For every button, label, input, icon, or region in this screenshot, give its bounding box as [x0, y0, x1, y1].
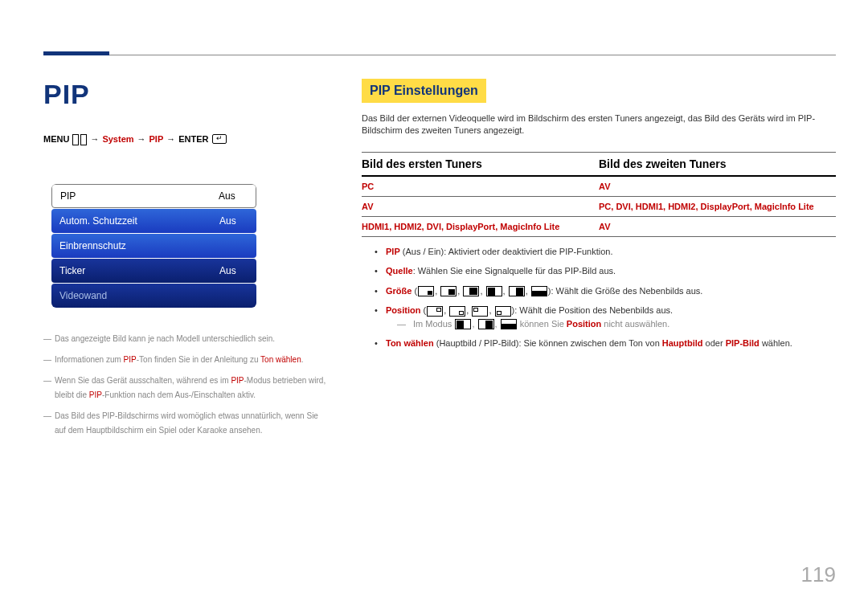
table-row: AV PC, DVI, HDMI1, HDMI2, DisplayPort, M… — [362, 197, 836, 217]
table-header: Bild des ersten Tuners Bild des zweiten … — [362, 152, 836, 177]
bullet-position: Position (, , , ): Wählt die Position de… — [386, 304, 836, 330]
pip-size-small-icon — [418, 286, 434, 296]
bc-system: System — [102, 134, 133, 144]
col1-header: Bild des ersten Tuners — [362, 157, 599, 170]
cell: HDMI1, HDMI2, DVI, DisplayPort, MagicInf… — [362, 222, 599, 231]
bullet-groesse: Größe (, , , , , ): Wählt die Größe des … — [386, 284, 836, 298]
menu-row-schutzzeit: Autom. Schutzzeit Aus — [51, 209, 256, 233]
breadcrumb: MENU → System → PIP → ENTER — [43, 134, 329, 144]
left-column: PIP MENU → System → PIP → ENTER PIP Aus … — [43, 79, 329, 444]
note-item: ― Informationen zum PIP-Ton finden Sie i… — [43, 353, 329, 367]
pip-half-right-icon — [478, 319, 494, 329]
menu-row-videowand: Videowand — [51, 284, 256, 308]
bullet-pip: PIP (Aus / Ein): Aktiviert oder deaktivi… — [386, 245, 836, 259]
dash-icon: ― — [43, 374, 55, 403]
pip-pos-br-icon — [449, 306, 465, 317]
sub-note: ― Im Modus , , können Sie Position nicht… — [397, 317, 836, 331]
cell: AV — [599, 222, 836, 231]
right-column: PIP Einstellungen Das Bild der externen … — [362, 79, 836, 357]
dash-icon: ― — [397, 319, 406, 329]
dash-icon: ― — [43, 332, 55, 346]
bullet-quelle: Quelle: Wählen Sie eine Signalquelle für… — [386, 264, 836, 278]
menu-label: Videowand — [51, 290, 216, 301]
menu-row-pip: PIP Aus — [51, 184, 256, 208]
cell: AV — [599, 182, 836, 191]
note-text: Informationen zum PIP-Ton finden Sie in … — [55, 353, 303, 367]
menu-value: Aus — [216, 215, 256, 227]
note-item: ― Das angezeigte Bild kann je nach Model… — [43, 332, 329, 346]
pip-half-bottom-icon — [531, 286, 547, 296]
enter-icon — [212, 134, 227, 144]
note-item: ― Wenn Sie das Gerät ausschalten, währen… — [43, 374, 329, 403]
footnotes: ― Das angezeigte Bild kann je nach Model… — [43, 332, 329, 438]
menu-label: Autom. Schutzzeit — [51, 215, 216, 227]
pip-pos-tl-icon — [472, 306, 488, 317]
col2-header: Bild des zweiten Tuners — [599, 157, 836, 170]
menu-row-einbrenn: Einbrennschutz — [51, 234, 256, 258]
pip-size-large-icon — [463, 286, 479, 296]
top-rule-accent — [43, 51, 109, 55]
note-item: ― Das Bild des PIP-Bildschirms wird womö… — [43, 409, 329, 438]
bullet-ton: Ton wählen (Hauptbild / PIP-Bild): Sie k… — [386, 337, 836, 350]
menu-mock: PIP Aus Autom. Schutzzeit Aus Einbrennsc… — [51, 184, 256, 308]
bc-enter: ENTER — [178, 134, 208, 144]
intro-text: Das Bild der externen Videoquelle wird i… — [362, 112, 836, 137]
pip-pos-bl-icon — [495, 306, 511, 317]
pip-half-bottom-icon — [501, 319, 517, 329]
arrow-icon: → — [166, 134, 175, 144]
cell: PC, DVI, HDMI1, HDMI2, DisplayPort, Magi… — [599, 202, 836, 211]
menu-label: Einbrennschutz — [51, 240, 216, 251]
menu-label: Ticker — [51, 265, 216, 276]
top-rule — [43, 55, 836, 55]
arrow-icon: → — [90, 134, 99, 144]
bc-menu: MENU — [43, 134, 69, 144]
pip-pos-tr-icon — [427, 306, 443, 317]
pip-size-medium-icon — [440, 286, 457, 296]
page-number: 119 — [801, 562, 836, 587]
menu-value: Aus — [215, 190, 256, 202]
pip-half-left-icon — [486, 286, 502, 296]
cell: PC — [362, 182, 599, 191]
menu-icon — [72, 134, 87, 144]
cell: AV — [362, 202, 599, 211]
pip-half-left-icon — [455, 319, 471, 329]
page-title: PIP — [43, 79, 329, 110]
dash-icon: ― — [43, 353, 55, 367]
arrow-icon: → — [137, 134, 146, 144]
pip-half-right-icon — [509, 286, 525, 296]
dash-icon: ― — [43, 409, 55, 438]
bullet-list: PIP (Aus / Ein): Aktiviert oder deaktivi… — [362, 245, 836, 350]
note-text: Wenn Sie das Gerät ausschalten, während … — [55, 374, 329, 403]
note-text: Das angezeigte Bild kann je nach Modell … — [55, 332, 275, 346]
menu-label: PIP — [52, 190, 215, 202]
menu-row-ticker: Ticker Aus — [51, 259, 256, 283]
note-text: Das Bild des PIP-Bildschirms wird womögl… — [55, 409, 329, 438]
bc-pip: PIP — [149, 134, 164, 144]
menu-value: Aus — [216, 265, 256, 276]
table-row: HDMI1, HDMI2, DVI, DisplayPort, MagicInf… — [362, 217, 836, 237]
table-row: PC AV — [362, 177, 836, 197]
section-title: PIP Einstellungen — [362, 79, 486, 103]
